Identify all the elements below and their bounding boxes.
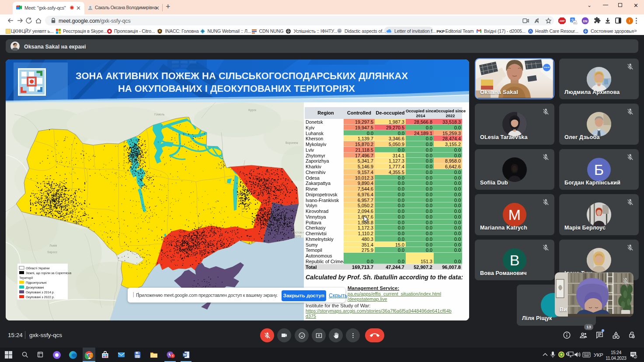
svg-text:Курск: Курск xyxy=(248,108,257,112)
svg-text:Території: Території xyxy=(19,276,33,280)
svg-text:Окуповані з 2022 р.: Окуповані з 2022 р. xyxy=(26,295,55,299)
svg-text:2: 2 xyxy=(634,355,636,358)
svg-text:Воронеж: Воронеж xyxy=(285,141,298,145)
svg-text:Окуповані з 2014 р.: Окуповані з 2014 р. xyxy=(26,290,55,294)
svg-text:A: A xyxy=(574,21,576,24)
svg-text:НА ОКУПОВАНИХ І ДЕОКУПОВАНИХ Т: НА ОКУПОВАНИХ І ДЕОКУПОВАНИХ ТЕРИТОРІЯХ xyxy=(118,83,355,94)
svg-text:Гомель: Гомель xyxy=(154,113,165,116)
svg-text:Області України: Області України xyxy=(26,266,49,270)
svg-text:Підконтрольні: Підконтрольні xyxy=(26,281,47,285)
svg-text:EN: EN xyxy=(583,20,588,23)
svg-text:Львів: Львів xyxy=(49,244,57,247)
svg-text:I: I xyxy=(629,19,630,23)
svg-text:Деокуповані: Деокуповані xyxy=(26,285,44,289)
svg-text:Землі, що горіли за Copernicus: Землі, що горіли за Copernicus xyxy=(26,271,72,275)
svg-text:ABP: ABP xyxy=(560,20,565,22)
svg-text:Sapocc: Sapocc xyxy=(47,251,58,254)
svg-text:ЗОНА АКТИВНИХ ПОЖЕЖ НА СІЛЬСЬК: ЗОНА АКТИВНИХ ПОЖЕЖ НА СІЛЬСЬКОГОСПОДАРС… xyxy=(76,70,408,81)
svg-text:W: W xyxy=(183,353,187,357)
